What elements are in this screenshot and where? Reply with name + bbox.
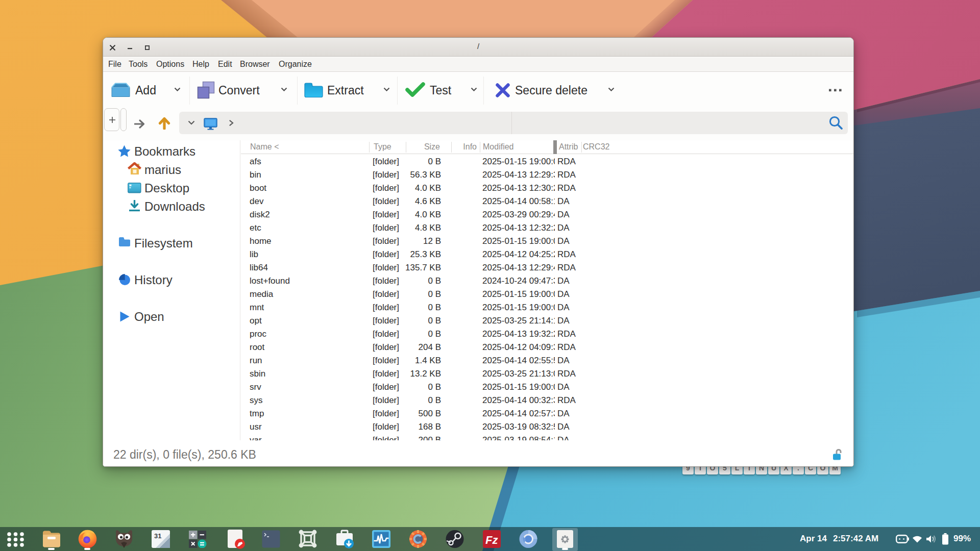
- svg-text:Fz: Fz: [485, 534, 498, 546]
- svg-text:31: 31: [154, 532, 161, 540]
